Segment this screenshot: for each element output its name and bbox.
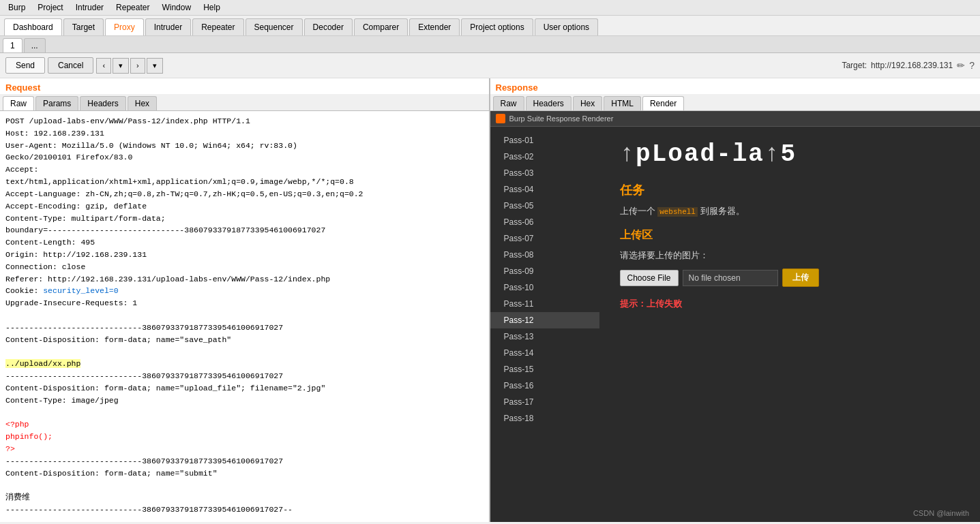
upload-submit-button[interactable]: 上传 (782, 268, 819, 287)
pass-10[interactable]: Pass-10 (490, 279, 599, 296)
pass-18[interactable]: Pass-18 (490, 410, 599, 427)
tab-target[interactable]: Target (63, 18, 104, 35)
pass-16[interactable]: Pass-16 (490, 377, 599, 394)
pass-11[interactable]: Pass-11 (490, 296, 599, 312)
target-url: http://192.168.239.131 (871, 61, 953, 70)
pass-17[interactable]: Pass-17 (490, 394, 599, 410)
send-button[interactable]: Send (5, 57, 45, 74)
response-tab-raw[interactable]: Raw (493, 96, 524, 110)
pass-13[interactable]: Pass-13 (490, 328, 599, 345)
target-info: Target: http://192.168.239.131 ✏ ? (842, 60, 975, 71)
pass-03[interactable]: Pass-03 (490, 165, 599, 181)
upload-controls: Choose File No file chosen 上传 (620, 268, 960, 287)
session-tab-bar: 1 ... (0, 36, 980, 53)
response-tab-render[interactable]: Render (642, 96, 684, 110)
pass-02[interactable]: Pass-02 (490, 149, 599, 165)
request-tab-raw[interactable]: Raw (3, 96, 34, 110)
upload-labs-main: ↑pLoad-la↑5 任务 上传一个 webshell 到服务器。 上传区 请… (599, 127, 981, 522)
pass-06[interactable]: Pass-06 (490, 214, 599, 230)
nav-forward-button[interactable]: › (130, 58, 145, 74)
response-tab-html[interactable]: HTML (604, 96, 641, 110)
menu-project[interactable]: Project (32, 1, 68, 14)
menu-help[interactable]: Help (198, 1, 226, 14)
response-content: Burp Suite Response Renderer Pass-01 Pas… (490, 111, 981, 522)
pass-01[interactable]: Pass-01 (490, 132, 599, 149)
pass-12[interactable]: Pass-12 (490, 312, 599, 328)
tab-comparer[interactable]: Comparer (354, 18, 408, 35)
renderer-frame: Burp Suite Response Renderer Pass-01 Pas… (490, 111, 981, 522)
upload-label: 请选择要上传的图片： (620, 249, 960, 262)
response-panel: Response Raw Headers Hex HTML Render Bur… (490, 78, 981, 522)
main-layout: Request Raw Params Headers Hex POST /upl… (0, 78, 980, 522)
nav-back-dropdown[interactable]: ▾ (113, 58, 129, 74)
menu-burp[interactable]: Burp (3, 1, 31, 14)
footer-text: CSDN @lainwith (913, 509, 969, 517)
renderer-titlebar: Burp Suite Response Renderer (490, 111, 981, 127)
request-content: POST /upload-labs-env/WWW/Pass-12/index.… (0, 111, 489, 520)
burp-logo-icon (496, 114, 505, 123)
tab-intruder[interactable]: Intruder (145, 18, 191, 35)
upload-section-title: 上传区 (620, 228, 960, 243)
tab-extender[interactable]: Extender (409, 18, 460, 35)
target-label: Target: (842, 61, 867, 70)
tab-decoder[interactable]: Decoder (304, 18, 353, 35)
request-tabs: Raw Params Headers Hex (0, 94, 489, 111)
tab-user-options[interactable]: User options (535, 18, 598, 35)
hint-text: 提示：上传失败 (620, 298, 960, 310)
pass-09[interactable]: Pass-09 (490, 263, 599, 279)
request-panel: Request Raw Params Headers Hex POST /upl… (0, 78, 490, 522)
upload-logo: ↑pLoad-la↑5 (620, 140, 960, 168)
tab-sequencer[interactable]: Sequencer (246, 18, 303, 35)
nav-forward-dropdown[interactable]: ▾ (147, 58, 163, 74)
pass-08[interactable]: Pass-08 (490, 247, 599, 263)
menu-window[interactable]: Window (156, 1, 196, 14)
help-target-button[interactable]: ? (969, 60, 975, 71)
response-tabs: Raw Headers Hex HTML Render (490, 94, 981, 111)
pass-15[interactable]: Pass-15 (490, 361, 599, 377)
cancel-button[interactable]: Cancel (48, 57, 93, 74)
request-tab-headers[interactable]: Headers (80, 96, 125, 110)
tab-proxy[interactable]: Proxy (105, 18, 144, 35)
pass-05[interactable]: Pass-05 (490, 198, 599, 214)
menu-intruder[interactable]: Intruder (70, 1, 109, 14)
pass-04[interactable]: Pass-04 (490, 181, 599, 198)
task-title: 任务 (620, 182, 960, 198)
session-tab-more[interactable]: ... (24, 38, 46, 52)
edit-target-button[interactable]: ✏ (957, 60, 965, 71)
tab-repeater[interactable]: Repeater (192, 18, 243, 35)
response-title: Response (490, 78, 981, 94)
request-scroll[interactable]: POST /upload-labs-env/WWW/Pass-12/index.… (0, 111, 489, 522)
nav-back-button[interactable]: ‹ (96, 58, 111, 74)
choose-file-button[interactable]: Choose File (620, 270, 679, 286)
task-desc: 上传一个 webshell 到服务器。 (620, 205, 960, 217)
action-bar: Send Cancel ‹ ▾ › ▾ Target: http://192.1… (0, 53, 980, 78)
menu-bar: Burp Project Intruder Repeater Window He… (0, 0, 980, 16)
upload-labs-container: Pass-01 Pass-02 Pass-03 Pass-04 Pass-05 … (490, 127, 981, 522)
session-tab-1[interactable]: 1 (3, 38, 23, 52)
request-tab-params[interactable]: Params (35, 96, 78, 110)
no-file-text: No file chosen (683, 270, 778, 286)
response-tab-headers[interactable]: Headers (526, 96, 571, 110)
upload-labs-sidebar: Pass-01 Pass-02 Pass-03 Pass-04 Pass-05 … (490, 127, 599, 522)
tab-dashboard[interactable]: Dashboard (4, 18, 62, 35)
renderer-title: Burp Suite Response Renderer (509, 114, 614, 123)
menu-repeater[interactable]: Repeater (110, 1, 155, 14)
tab-project-options[interactable]: Project options (461, 18, 533, 35)
response-tab-hex[interactable]: Hex (573, 96, 602, 110)
request-tab-hex[interactable]: Hex (128, 96, 157, 110)
tool-tab-bar: Dashboard Target Proxy Intruder Repeater… (0, 16, 980, 36)
webshell-text: webshell (657, 207, 698, 217)
pass-07[interactable]: Pass-07 (490, 230, 599, 247)
request-title: Request (0, 78, 489, 94)
pass-14[interactable]: Pass-14 (490, 345, 599, 361)
